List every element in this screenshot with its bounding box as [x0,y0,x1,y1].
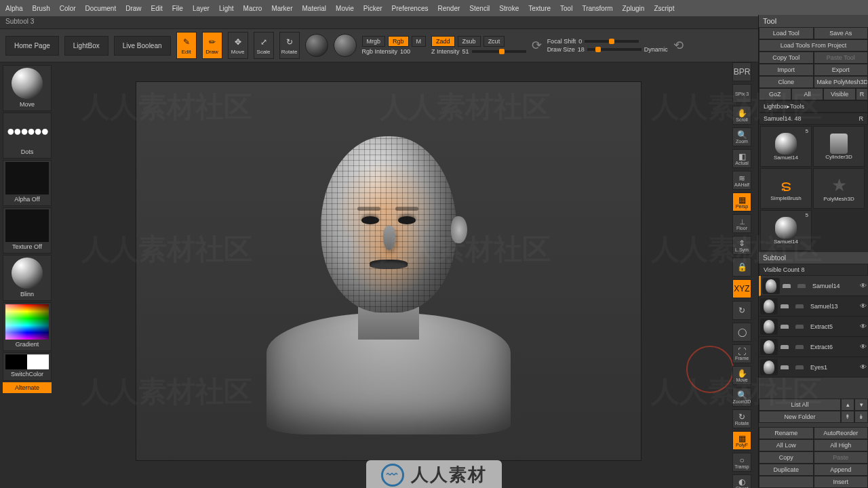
subtool-op-rename[interactable]: Rename [759,427,814,439]
menu-file[interactable]: File [172,5,183,12]
clone-button[interactable]: Clone [759,76,814,88]
mode-rotate[interactable]: ↻Rotate [279,32,300,59]
tool-thumb-samuel14[interactable]: 5Samuel14 [760,210,812,251]
tab-lightbox[interactable]: LightBox [64,36,108,56]
rightcol-btn-19[interactable]: ◐Ghost [732,474,751,488]
gyro-sphere[interactable] [305,34,328,57]
menu-edit[interactable]: Edit [151,5,163,12]
tool-thumb-samuel14[interactable]: 5Samuel14 [760,126,812,167]
rightcol-btn-14[interactable]: ✋Move [732,366,751,385]
paste-tool-button[interactable]: Paste Tool [814,52,869,64]
tool-thumb-simplebrush[interactable]: ຣSimpleBrush [760,168,812,209]
rightcol-btn-9[interactable]: 🔒 [732,258,751,277]
rightcol-btn-12[interactable]: ◯ [732,323,751,342]
subtool-op-all high[interactable]: All High [814,439,869,451]
export-button[interactable]: Export [814,64,869,76]
menu-macro[interactable]: Macro [243,5,262,12]
current-tool-name[interactable]: Samuel14. 48 [764,115,802,122]
rightcol-btn-13[interactable]: ⛶Frame [732,344,751,363]
texture-slot[interactable]: Texture Off [3,207,52,253]
subtool-op-insert[interactable]: Insert [814,476,869,488]
subtool-op-copy[interactable]: Copy [759,451,814,464]
m-toggle[interactable]: M [412,36,427,47]
rightcol-btn-8[interactable]: ⇕L.Sym [732,236,751,255]
subtool-row-eyes1[interactable]: Eyes1👁 [759,357,868,378]
make-polymesh-button[interactable]: Make PolyMesh3D [814,76,869,88]
zadd-toggle[interactable]: Zadd [431,36,455,47]
switch-color[interactable]: SwitchColor [3,352,52,381]
menu-layer[interactable]: Layer [193,5,210,12]
alternate-button[interactable]: Alternate [3,382,52,393]
rightcol-btn-0[interactable]: BPR [732,62,751,81]
rightcol-btn-16[interactable]: ↻Rotate [732,409,751,428]
tab-liveboolean[interactable]: Live Boolean [114,36,171,56]
color-picker[interactable]: Gradient [3,302,52,351]
visibility-icon[interactable]: 👁 [860,363,867,371]
subtool-row-samuel14[interactable]: Samuel14👁 [759,276,868,296]
tool-r-flag[interactable]: R [859,115,864,122]
menu-preferences[interactable]: Preferences [392,5,429,12]
arrow-down-button[interactable]: ↡ [854,411,868,423]
rightcol-btn-1[interactable]: SPix 3 [732,84,751,103]
rightcol-btn-17[interactable]: ▦PolyF [732,431,751,450]
draw-size-slider[interactable] [587,48,642,51]
goz-visible-button[interactable]: Visible [823,88,856,100]
menu-texture[interactable]: Texture [528,5,551,12]
subtool-op-autoreorder[interactable]: AutoReorder [814,427,869,439]
brush-slot[interactable]: Move [3,65,52,111]
tab-home[interactable]: Home Page [5,36,59,56]
rightcol-btn-11[interactable]: ↻ [732,301,751,320]
tool-breadcrumb[interactable]: Lightbox▸Tools [759,100,868,113]
zsub-toggle[interactable]: Zsub [458,36,481,47]
load-tool-button[interactable]: Load Tool [759,27,814,39]
alpha-slot[interactable]: Alpha Off [3,160,52,206]
rightcol-btn-7[interactable]: ⟂Floor [732,214,751,233]
menu-document[interactable]: Document [85,5,117,12]
rightcol-btn-2[interactable]: ✋Scroll [732,106,751,125]
stroke-slot[interactable]: ●●●●●●Dots [3,113,52,159]
visibility-icon[interactable]: 👁 [860,302,867,310]
copy-tool-button[interactable]: Copy Tool [759,52,814,64]
menu-stencil[interactable]: Stencil [469,5,490,12]
tool-thumb-polymesh3d[interactable]: ★PolyMesh3D [813,168,865,209]
mode-draw[interactable]: ✏Draw [202,32,222,59]
subtool-op-paste[interactable]: Paste [814,451,869,464]
menu-material[interactable]: Material [302,5,327,12]
rightcol-btn-3[interactable]: 🔍Zoom [732,127,751,146]
rightcol-btn-6[interactable]: ▦Persp [732,192,751,211]
menu-stroke[interactable]: Stroke [499,5,519,12]
mode-scale[interactable]: ⤢Scale [254,32,274,59]
menu-zscript[interactable]: Zscript [654,5,674,12]
menu-color[interactable]: Color [60,5,76,12]
menu-tool[interactable]: Tool [560,5,572,12]
menu-render[interactable]: Render [438,5,460,12]
rgb-toggle[interactable]: Rgb [388,36,409,47]
menu-transform[interactable]: Transform [582,5,612,12]
tool-thumb-cylinder3d[interactable]: Cylinder3D [813,126,865,167]
zcut-toggle[interactable]: Zcut [484,36,505,47]
menu-movie[interactable]: Movie [336,5,354,12]
menu-draw[interactable]: Draw [125,5,141,12]
subtool-row-extract6[interactable]: Extract6👁 [759,337,868,357]
visibility-icon[interactable]: 👁 [860,282,867,289]
load-tools-project-button[interactable]: Load Tools From Project [759,39,868,52]
menu-alpha[interactable]: Alpha [5,5,23,12]
menu-marker[interactable]: Marker [271,5,292,12]
rightcol-btn-4[interactable]: ◧Actual [732,149,751,168]
z-intensity-slider[interactable] [472,50,526,53]
list-all-button[interactable]: List All [759,399,841,411]
subtool-op-append[interactable]: Append [814,464,869,476]
subtool-row-samuel13[interactable]: Samuel13👁 [759,296,868,317]
subtool-op-duplicate[interactable]: Duplicate [759,464,814,476]
mode-edit[interactable]: ✎Edit [176,32,197,59]
rightcol-btn-18[interactable]: ○Transp [732,453,751,472]
visibility-icon[interactable]: 👁 [860,323,867,330]
goz-button[interactable]: GoZ [759,88,791,100]
focal-shift-slider[interactable] [585,40,639,43]
goz-r-button[interactable]: R [856,88,868,100]
move-up-button[interactable]: ▴ [841,399,854,411]
shadow-sphere[interactable] [334,34,357,57]
rightcol-btn-15[interactable]: 🔍Zoom3D [732,388,751,407]
menu-light[interactable]: Light [219,5,234,12]
viewport[interactable] [136,81,642,461]
